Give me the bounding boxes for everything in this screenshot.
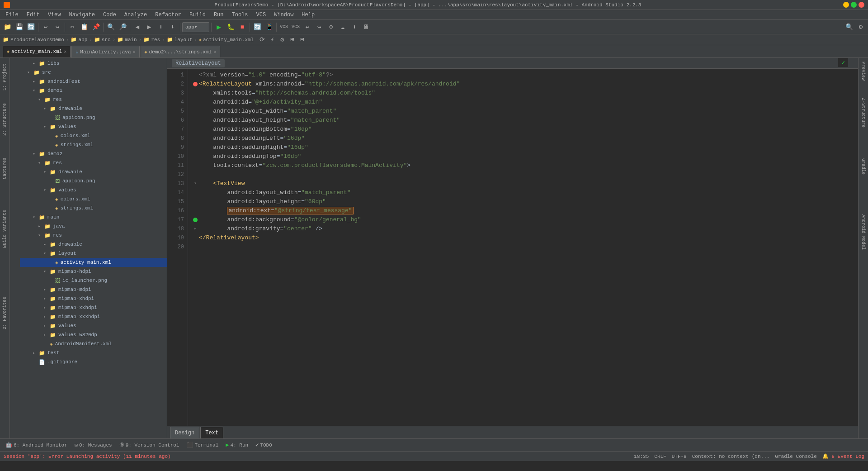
tab-strings-xml[interactable]: ◈ demo2\...\strings.xml ✕ — [141, 46, 221, 57]
tool-messages[interactable]: ✉ 0: Messages — [72, 441, 115, 449]
tree-item-4[interactable]: ▾📁res — [20, 95, 167, 104]
tree-item-3[interactable]: ▾📁demo1 — [20, 86, 167, 95]
settings-button[interactable]: ⚙ — [855, 22, 866, 33]
close-button[interactable] — [859, 2, 864, 8]
tree-item-33[interactable]: 📄.gitignore — [20, 357, 167, 366]
tree-item-24[interactable]: 🖼ic_launcher.png — [20, 276, 167, 285]
breadcrumb-item-2[interactable]: 📁 app — [71, 37, 87, 43]
menu-item-build[interactable]: Build — [186, 11, 209, 19]
fold-arrow[interactable]: ▾ — [194, 179, 197, 188]
breadcrumb-item-6[interactable]: 📁 layout — [167, 37, 193, 43]
tab-mainactivity-java[interactable]: ☕ MainActivity.java ✕ — [71, 46, 139, 57]
menu-item-analyze[interactable]: Analyze — [121, 11, 151, 19]
toolbar-btn-17[interactable]: ⊕ — [326, 22, 336, 33]
breakpoint-dot[interactable] — [193, 82, 198, 86]
vcs-btn-2[interactable]: VCS — [290, 22, 301, 33]
tab-activity-main-xml[interactable]: ◈ activity_main.xml ✕ — [3, 46, 71, 57]
tree-item-13[interactable]: 🖼appicon.png — [20, 176, 167, 186]
tree-item-22[interactable]: ◈activity_main.xml — [20, 258, 167, 267]
toolbar-btn-7[interactable]: 📋 — [79, 22, 90, 33]
tree-item-32[interactable]: ▸📁test — [20, 348, 167, 357]
menu-item-view[interactable]: View — [44, 11, 65, 19]
menu-item-file[interactable]: File — [2, 11, 22, 19]
status-charset[interactable]: UTF-8 — [672, 454, 687, 459]
tree-item-11[interactable]: ▾📁res — [20, 158, 167, 167]
menu-item-refactor[interactable]: Refactor — [151, 11, 185, 19]
toolbar-btn-12[interactable]: ▶ — [144, 22, 155, 33]
collapse-btn[interactable]: ⊟ — [298, 36, 306, 44]
tree-item-19[interactable]: ▾📁res — [20, 231, 167, 240]
tool-android-monitor[interactable]: 🤖 6: Android Monitor — [3, 441, 70, 449]
tree-item-21[interactable]: ▾📁layout — [20, 249, 167, 258]
toolbar-btn-3[interactable]: 🔄 — [25, 22, 36, 33]
tree-item-25[interactable]: ▸📁mipmap-mdpi — [20, 285, 167, 294]
tree-item-10[interactable]: ▾📁demo2 — [20, 149, 167, 158]
side-label-structure[interactable]: 2: Structure — [1, 101, 8, 138]
tree-item-16[interactable]: ◈strings.xml — [20, 204, 167, 213]
toolbar-btn-18[interactable]: ☁ — [337, 22, 348, 33]
tree-item-8[interactable]: ◈colors.xml — [20, 131, 167, 140]
minimize-button[interactable] — [843, 2, 849, 8]
menu-item-edit[interactable]: Edit — [23, 11, 43, 19]
tree-item-5[interactable]: ▾📁drawable — [20, 104, 167, 113]
right-label-android-model[interactable]: Android Model — [860, 213, 867, 252]
toolbar-btn-6[interactable]: ✂ — [67, 22, 78, 33]
toolbar-btn-8[interactable]: 📌 — [90, 22, 101, 33]
breadcrumb-item-7[interactable]: ◈ activity_main.xml — [199, 37, 254, 43]
toolbar-btn-9[interactable]: 🔍 — [105, 22, 116, 33]
app-dropdown[interactable]: app▾ — [182, 22, 209, 32]
tab-close-1[interactable]: ✕ — [64, 49, 66, 54]
menu-item-navigate[interactable]: Navigate — [65, 11, 99, 19]
tree-item-12[interactable]: ▾📁drawable — [20, 167, 167, 176]
side-label-project[interactable]: 1: Project — [1, 62, 8, 92]
tree-item-18[interactable]: ▸📁java — [20, 222, 167, 231]
right-label-gradle[interactable]: Gradle — [860, 157, 867, 176]
tab-text[interactable]: Text — [200, 427, 223, 438]
search-everywhere-button[interactable]: 🔍 — [844, 22, 854, 33]
tree-item-17[interactable]: ▾📁main — [20, 213, 167, 222]
toolbar-btn-10[interactable]: 🔎 — [117, 22, 128, 33]
right-label-preview[interactable]: Preview — [860, 60, 867, 82]
breadcrumb-item-3[interactable]: 📁 src — [94, 37, 111, 43]
tree-item-15[interactable]: ◈colors.xml — [20, 195, 167, 204]
tree-item-6[interactable]: 🖼appicon.png — [20, 113, 167, 122]
menu-item-run[interactable]: Run — [210, 11, 227, 19]
tab-design[interactable]: Design — [170, 427, 199, 438]
tab-close-3[interactable]: ✕ — [213, 49, 216, 55]
config-btn[interactable]: ⚙ — [278, 36, 286, 44]
menu-item-window[interactable]: Window — [270, 11, 297, 19]
side-label-favorites[interactable]: 2: Favorites — [1, 295, 8, 331]
code-editor[interactable]: 1234567891011121314151617181920 <?xml ve… — [167, 69, 858, 426]
event-log-btn[interactable]: 🔔 8 Event Log — [822, 453, 864, 459]
tree-item-20[interactable]: ▸📁drawable — [20, 240, 167, 249]
avd-button[interactable]: 📱 — [264, 22, 274, 33]
toolbar-btn-20[interactable]: 🖥 — [361, 22, 372, 33]
tool-terminal[interactable]: ⬛ Terminal — [184, 441, 222, 449]
breadcrumb-item-5[interactable]: 📁 res — [143, 37, 160, 43]
expand-btn[interactable]: ⊞ — [288, 36, 296, 44]
menu-item-tools[interactable]: Tools — [228, 11, 252, 19]
right-label-structure[interactable]: Z-Structure — [860, 96, 867, 129]
tree-item-7[interactable]: ▾📁values — [20, 122, 167, 131]
vcs-btn-1[interactable]: VCS — [278, 22, 289, 33]
tree-item-31[interactable]: ◈AndroidManifest.xml — [20, 339, 167, 348]
stop-button[interactable]: ■ — [237, 22, 248, 33]
breadcrumb-item-1[interactable]: 📁 ProductFlavorsDemo — [3, 37, 64, 43]
tree-item-29[interactable]: ▸📁values — [20, 321, 167, 330]
tree-item-26[interactable]: ▸📁mipmap-xhdpi — [20, 294, 167, 303]
menu-item-code[interactable]: Code — [99, 11, 120, 19]
toolbar-btn-15[interactable]: ↩ — [302, 22, 313, 33]
refresh-btn[interactable]: ⟳ — [258, 36, 266, 44]
toolbar-btn-11[interactable]: ◀ — [132, 22, 143, 33]
breadcrumb-item-4[interactable]: 📁 main — [117, 37, 137, 43]
debug-button[interactable]: 🐛 — [225, 22, 236, 33]
tree-item-30[interactable]: ▸📁values-w820dp — [20, 330, 167, 339]
gradle-console-btn[interactable]: Gradle Console — [775, 454, 816, 459]
tree-container[interactable]: ▸📁libs▾📁src▸📁androidTest▾📁demo1▾📁res▾📁dr… — [20, 58, 167, 438]
tree-item-9[interactable]: ◈strings.xml — [20, 140, 167, 149]
tool-run[interactable]: ▶ 4: Run — [223, 441, 251, 449]
tool-version-control[interactable]: ⑨ 9: Version Control — [117, 441, 182, 449]
toolbar-btn-2[interactable]: 💾 — [14, 22, 24, 33]
gradle-sync-button[interactable]: 🔄 — [252, 22, 263, 33]
menu-item-help[interactable]: Help — [298, 11, 318, 19]
